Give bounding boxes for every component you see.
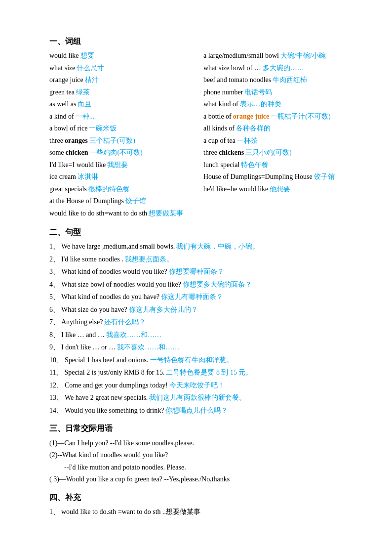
sentence-num: 9、 <box>49 342 60 354</box>
supplement-num: 1、 <box>49 506 60 518</box>
sentence-num: 14、 <box>49 405 63 417</box>
sentence-num: 2、 <box>49 254 60 266</box>
sentence-en: Come and get your dumplings today! <box>65 380 168 392</box>
vocab-left-0: would like 想要 <box>49 50 198 62</box>
dialogue-a-1: --I'd like mutton and potato noodles. Pl… <box>49 462 353 474</box>
sentence-item-3: 4、What size bowl of noodles would you li… <box>49 279 353 291</box>
sentence-item-8: 9、I don't like … or … 我不喜欢……和…… <box>49 342 353 354</box>
dialogue-num: (1) <box>49 439 57 447</box>
sentence-num: 11、 <box>49 367 63 379</box>
sentence-zh: 你这儿有哪种面条？ <box>161 291 223 303</box>
vocab-left-10: ice cream 冰淇淋 <box>49 171 198 183</box>
vocab-left-2: orange juice 桔汁 <box>49 74 198 86</box>
sentence-en: What kind of noodles would you like? <box>61 266 167 278</box>
vocab-left-11: great specials 很棒的特色餐 <box>49 183 198 196</box>
vocab-right-6: all kinds of 各种各样的 <box>203 123 353 135</box>
vocab-left-12: at the House of Dumplings 饺子馆 <box>49 195 198 208</box>
sentence-item-6: 7、Anything else? 还有什么吗？ <box>49 316 353 329</box>
sentence-en: We have large ,medium,and small bowls. <box>61 241 175 253</box>
vocab-right-3: phone number 电话号码 <box>203 86 353 99</box>
sentence-en: Special 2 is just/only RMB 8 for 15. <box>64 367 164 379</box>
sentence-zh: 你想喝点儿什么吗？ <box>165 405 228 417</box>
vocab-right-4: what kind of 表示....的种类 <box>203 98 353 111</box>
section3-title: 三、日常交际用语 <box>49 422 353 435</box>
vocab-right-11: he'd like=he would like 他想要 <box>203 183 353 196</box>
dialogue-num: (2) <box>49 451 57 459</box>
vocab-right-2: beef and tomato noodles 牛肉西红柿 <box>203 74 353 86</box>
sentence-item-2: 3、What kind of noodles would you like? 你… <box>49 266 353 278</box>
sentence-en: Would you like something to drink? <box>65 405 164 417</box>
sentence-zh: 我不喜欢……和…… <box>117 342 179 354</box>
sentence-item-4: 5、What kind of noodles do you have? 你这儿有… <box>49 291 353 303</box>
section1-title: 一、词组 <box>49 35 353 48</box>
sentence-en: What kind of noodles do you have? <box>61 291 159 303</box>
sentence-item-5: 6、What size do you have? 你这儿有多大份儿的？ <box>49 304 353 316</box>
vocab-left-13: would like to do sth=want to do sth 想要做某… <box>49 208 198 220</box>
sentence-num: 7、 <box>49 316 60 329</box>
vocab-left-1: what size 什么尺寸 <box>49 62 198 75</box>
dialogue-question: —Would you like a cup fo green tea? <box>59 475 164 483</box>
vocab-right-7: a cup of tea 一杯茶 <box>203 135 353 147</box>
vocab-section: would like 想要a large/medium/small bowl 大… <box>49 50 353 219</box>
vocab-left-6: a bowl of rice 一碗米饭 <box>49 123 198 135</box>
sentence-num: 4、 <box>49 279 60 291</box>
sentence-en: What size do you have? <box>61 304 127 316</box>
sentence-zh: 我们有大碗，中碗，小碗。 <box>176 241 259 253</box>
sentence-item-0: 1、We have large ,medium,and small bowls.… <box>49 241 353 253</box>
supplement-text: would like to do.sth =want to do sth ..想… <box>61 506 200 518</box>
dialogue-answer: --I'd like mutton and potato noodles. Pl… <box>64 464 186 471</box>
vocab-right-9: lunch special 特色午餐 <box>203 159 353 171</box>
dialogues-section: (1)—Can I help you? --I'd like some nood… <box>49 437 353 486</box>
sentence-num: 10、 <box>49 354 63 367</box>
sentence-zh: 我喜欢……和…… <box>106 329 161 342</box>
dialogue-answer: --Yes,please./No,thanks <box>164 475 230 483</box>
vocab-right-13 <box>203 208 353 220</box>
sentence-num: 3、 <box>49 266 60 278</box>
vocab-left-9: I'd like=I would like 我想要 <box>49 159 198 171</box>
vocab-grid: would like 想要a large/medium/small bowl 大… <box>49 50 353 219</box>
supplement-item-0: 1、would like to do.sth =want to do sth .… <box>49 506 353 518</box>
dialogue-num: ( 3) <box>49 475 59 483</box>
sentence-en: What size bowl of noodles would you like… <box>61 279 181 291</box>
vocab-left-5: a kind of 一种... <box>49 111 198 123</box>
sentence-zh: 我想要点面条。 <box>125 254 173 266</box>
vocab-right-10: House of Dumplings=Dumpling House 饺子馆 <box>203 171 353 183</box>
dialogue-question: --What kind of noodles would you like? <box>57 451 168 459</box>
dialogue-question: —Can I help you? <box>57 439 110 447</box>
sentence-zh: 你想要多大碗的面条？ <box>183 279 252 291</box>
sentence-item-13: 14、Would you like something to drink? 你想… <box>49 405 353 417</box>
sentence-num: 1、 <box>49 241 60 253</box>
sentence-item-9: 10、Special 1 has beef and onions. 一号特色餐有… <box>49 354 353 367</box>
sentence-num: 8、 <box>49 329 60 342</box>
sentence-en: We have 2 great new specials. <box>65 392 148 404</box>
sentence-zh: 二号特色餐是要 8 到 15 元。 <box>166 367 252 379</box>
sentence-item-7: 8、I like … and … 我喜欢……和…… <box>49 329 353 342</box>
supplement-section: 1、would like to do.sth =want to do sth .… <box>49 506 353 518</box>
sentence-zh: 我们这儿有两款很棒的新套餐。 <box>149 392 246 404</box>
sentence-en: Special 1 has beef and onions. <box>65 354 149 367</box>
sentence-item-10: 11、Special 2 is just/only RMB 8 for 15. … <box>49 367 353 379</box>
sentence-zh: 你想要哪种面条？ <box>169 266 224 278</box>
vocab-right-8: three chickens 三只小鸡(可数) <box>203 147 353 159</box>
sentence-num: 6、 <box>49 304 60 316</box>
dialogue-q-2: ( 3)—Would you like a cup fo green tea? … <box>49 473 353 486</box>
dialogue-q-0: (1)—Can I help you? --I'd like some nood… <box>49 437 353 450</box>
sentence-zh: 还有什么吗？ <box>104 316 146 329</box>
vocab-left-4: as well as 而且 <box>49 98 198 111</box>
vocab-right-1: what size bowl of … 多大碗的…… <box>203 62 353 75</box>
sentence-num: 12、 <box>49 380 63 392</box>
sentence-item-11: 12、Come and get your dumplings today! 今天… <box>49 380 353 392</box>
sentence-zh: 今天来吃饺子吧！ <box>169 380 225 392</box>
vocab-right-0: a large/medium/small bowl 大碗/中碗/小碗 <box>203 50 353 62</box>
vocab-left-3: green tea 绿茶 <box>49 86 198 99</box>
vocab-left-7: three oranges 三个桔子(可数) <box>49 135 198 147</box>
sentence-en: Anything else? <box>61 316 103 329</box>
sentence-num: 5、 <box>49 291 60 303</box>
sentence-item-1: 2、I'd like some noodles . 我想要点面条。 <box>49 254 353 266</box>
dialogue-q-1: (2)--What kind of noodles would you like… <box>49 449 353 462</box>
sentence-item-12: 13、We have 2 great new specials. 我们这儿有两款… <box>49 392 353 404</box>
sentence-num: 13、 <box>49 392 63 404</box>
sentences-section: 1、We have large ,medium,and small bowls.… <box>49 241 353 417</box>
dialogue-answer: --I'd like some noodles.please. <box>110 439 194 447</box>
section4-title: 四、补充 <box>49 491 353 504</box>
